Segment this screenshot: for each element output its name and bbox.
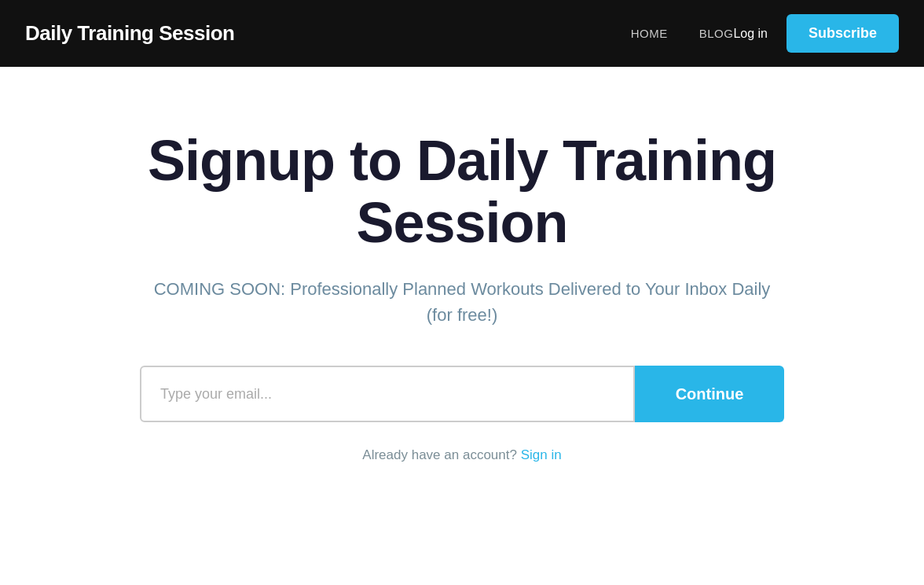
email-input[interactable]	[140, 366, 635, 422]
login-button[interactable]: Log in	[733, 27, 768, 41]
nav-brand: Daily Training Session	[25, 21, 631, 46]
hero-title: Signup to Daily Training Session	[108, 130, 816, 254]
email-form: Continue	[140, 366, 784, 422]
signin-prompt: Already have an account? Sign in	[362, 447, 561, 463]
main-content: Signup to Daily Training Session COMING …	[0, 67, 924, 510]
navbar: Daily Training Session HOME BLOG Log in …	[0, 0, 924, 67]
continue-button[interactable]: Continue	[635, 366, 784, 422]
nav-right: Log in Subscribe	[733, 14, 899, 53]
nav-links: HOME BLOG	[631, 27, 734, 40]
subscribe-button[interactable]: Subscribe	[786, 14, 899, 53]
signin-link[interactable]: Sign in	[521, 447, 562, 462]
nav-link-blog[interactable]: BLOG	[699, 27, 734, 40]
nav-link-home[interactable]: HOME	[631, 27, 668, 40]
hero-subtitle: COMING SOON: Professionally Planned Work…	[140, 276, 784, 328]
